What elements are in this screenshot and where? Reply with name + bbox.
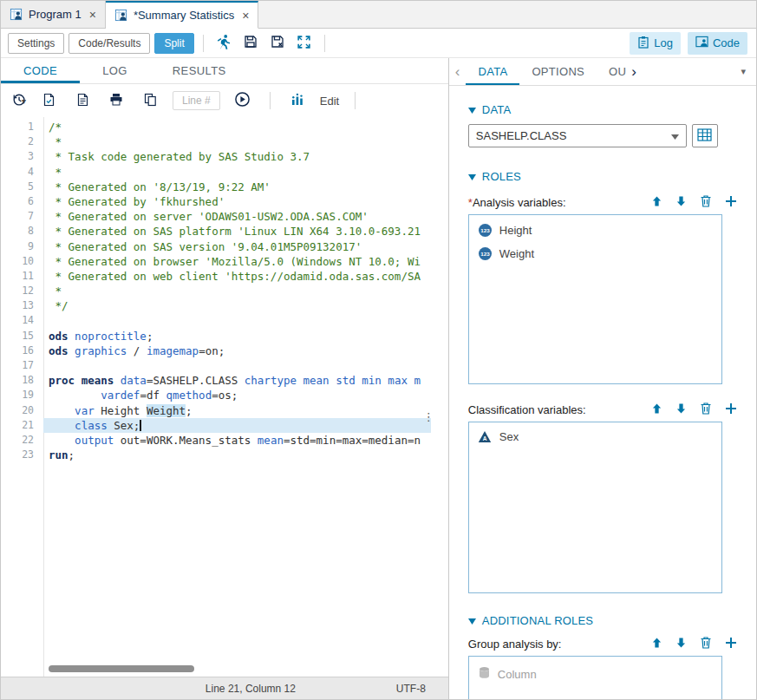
table-select[interactable]: SASHELP.CLASS	[468, 124, 687, 147]
close-icon[interactable]: ×	[89, 9, 96, 21]
code-line[interactable]: 11 * Generated on web client 'https://od…	[1, 269, 448, 284]
code-line[interactable]: 5 * Generated on '8/13/19, 9:22 AM'	[1, 180, 448, 194]
additional-roles-section-header[interactable]: ADDITIONAL ROLES	[468, 614, 739, 627]
add-button[interactable]	[725, 637, 737, 651]
chevron-left-icon[interactable]: ‹	[449, 64, 467, 79]
variable-item[interactable]: 123Height	[469, 219, 721, 242]
tab-options[interactable]: OPTIONS	[519, 58, 597, 85]
expand-icon	[297, 35, 311, 52]
browse-table-button[interactable]	[692, 124, 718, 147]
log-panel-button[interactable]: Log	[630, 32, 681, 55]
group-analysis-list[interactable]: Column	[468, 656, 722, 699]
section-collapse-icon	[468, 170, 476, 183]
chart-icon	[290, 93, 304, 109]
check-syntax-button[interactable]	[37, 89, 60, 112]
line-number: 4	[1, 165, 43, 180]
placeholder-label: Column	[498, 668, 537, 681]
panel-menu-caret-icon[interactable]: ▾	[730, 66, 756, 77]
code-line[interactable]: 6 * Generated by 'fkhurshed'	[1, 194, 448, 209]
svg-text:123: 123	[480, 251, 490, 257]
history-button[interactable]: ▾	[11, 89, 26, 112]
goto-line-button[interactable]: Line #	[173, 91, 220, 110]
code-line[interactable]: 16ods graphics / imagemap=on;	[1, 343, 448, 358]
code-line[interactable]: 14	[1, 313, 448, 328]
data-section-header[interactable]: DATA	[468, 103, 739, 116]
chevron-down-icon	[671, 129, 679, 142]
tab-log[interactable]: LOG	[80, 58, 150, 83]
code-panel-button[interactable]: Code	[688, 32, 747, 55]
code-results-button[interactable]: Code/Results	[69, 33, 150, 54]
graph-button[interactable]	[286, 89, 309, 112]
code-editor[interactable]: 1/*2 *3 * Task code generated by SAS Stu…	[1, 117, 448, 677]
editor-subtabs: CODE LOG RESULTS	[1, 58, 448, 84]
horizontal-scrollbar[interactable]	[49, 665, 194, 672]
code-line[interactable]: 2 *	[1, 134, 448, 149]
save-close-button[interactable]	[266, 32, 289, 55]
print-icon	[109, 93, 123, 108]
data-section-title: DATA	[482, 103, 512, 116]
new-document-button[interactable]	[71, 89, 94, 112]
code-line[interactable]: 23run;	[1, 448, 448, 462]
variable-item[interactable]: 123Weight	[469, 242, 721, 265]
log-icon	[637, 36, 649, 51]
move-down-button[interactable]	[675, 637, 687, 651]
settings-button[interactable]: Settings	[8, 33, 64, 54]
code-line[interactable]: 12 *	[1, 284, 448, 298]
code-line[interactable]: 7 * Generated on server 'ODAWS01-USW2.OD…	[1, 209, 448, 224]
code-line[interactable]: 10 * Generated on browser 'Mozilla/5.0 (…	[1, 254, 448, 269]
code-line[interactable]: 20 var Height Weight;	[1, 403, 448, 418]
delete-button[interactable]	[700, 636, 712, 651]
editor-statusbar: Line 21, Column 12 UTF-8	[1, 677, 448, 699]
separator	[203, 35, 204, 52]
more-options-icon[interactable]: ⋮	[423, 410, 434, 423]
tab-data[interactable]: DATA	[466, 58, 519, 85]
variable-item[interactable]: ASex	[469, 426, 721, 448]
tab-program-1[interactable]: Program 1 ×	[1, 1, 106, 28]
drop-target-placeholder[interactable]: Column	[469, 660, 721, 688]
classification-variable-actions	[651, 402, 739, 417]
print-button[interactable]	[105, 89, 127, 112]
code-line[interactable]: 13 */	[1, 298, 448, 313]
move-down-button[interactable]	[675, 195, 687, 210]
code-line[interactable]: 9 * Generated on SAS version '9.04.01M5P…	[1, 239, 448, 254]
delete-button[interactable]	[700, 194, 712, 210]
move-up-button[interactable]	[651, 195, 662, 210]
tab-code[interactable]: CODE	[1, 58, 80, 83]
code-line[interactable]: 8 * Generated on SAS platform 'Linux LIN…	[1, 224, 448, 239]
code-line[interactable]: 19 vardef=df qmethod=os;	[1, 388, 448, 402]
chevron-right-icon[interactable]: ›	[628, 64, 640, 79]
code-line[interactable]: 18proc means data=SASHELP.CLASS chartype…	[1, 373, 448, 388]
line-number: 2	[1, 134, 43, 149]
analysis-variable-actions	[651, 194, 739, 210]
line-number: 14	[1, 313, 43, 328]
tab-output[interactable]: OU	[597, 58, 628, 85]
add-button[interactable]	[725, 195, 737, 210]
move-down-button[interactable]	[675, 402, 687, 417]
save-button[interactable]	[239, 32, 262, 55]
tab-results[interactable]: RESULTS	[150, 58, 249, 83]
close-icon[interactable]: ×	[242, 10, 249, 22]
move-up-button[interactable]	[651, 637, 662, 651]
tab-summary-statistics[interactable]: *Summary Statistics ×	[106, 1, 259, 29]
copy-button[interactable]	[139, 89, 161, 112]
line-number: 15	[1, 329, 43, 343]
move-up-button[interactable]	[651, 402, 662, 417]
up-arrow-icon	[651, 195, 662, 210]
roles-section-header[interactable]: ROLES	[468, 170, 739, 183]
delete-button[interactable]	[700, 402, 712, 417]
classification-variables-list[interactable]: ASex	[468, 422, 722, 593]
add-button[interactable]	[725, 402, 737, 417]
code-line[interactable]: 3 * Task code generated by SAS Studio 3.…	[1, 149, 448, 164]
code-line[interactable]: 17	[1, 358, 448, 373]
code-line[interactable]: 15ods noproctitle;	[1, 329, 448, 343]
code-line[interactable]: 1/*	[1, 120, 448, 134]
split-button[interactable]: Split	[154, 33, 193, 54]
run-selection-button[interactable]	[232, 89, 254, 112]
code-line[interactable]: 4 *	[1, 165, 448, 180]
run-button[interactable]	[212, 32, 235, 55]
analysis-variables-list[interactable]: 123Height123Weight	[468, 214, 722, 384]
code-line[interactable]: 22 output out=WORK.Means_stats mean=std=…	[1, 433, 448, 448]
code-line[interactable]: 21 class Sex;	[1, 418, 448, 433]
maximize-view-button[interactable]	[293, 32, 316, 55]
svg-text:A: A	[483, 435, 487, 442]
